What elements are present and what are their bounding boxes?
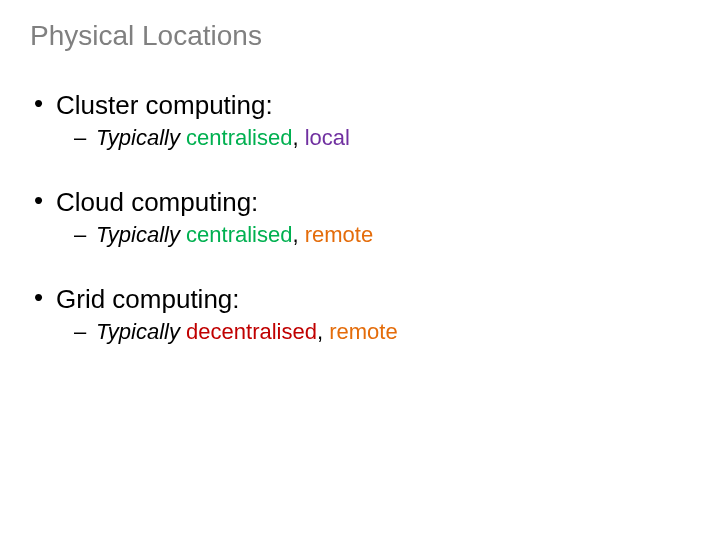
bullet-grid: Grid computing: Typically decentralised,… <box>30 284 680 345</box>
separator: , <box>292 222 304 247</box>
typically-word: Typically <box>96 222 180 247</box>
typically-word: Typically <box>96 125 180 150</box>
bullet-heading: Cluster computing: <box>56 90 273 120</box>
remote-word: remote <box>305 222 373 247</box>
typically-word: Typically <box>96 319 180 344</box>
sub-bullet: Typically centralised, local <box>56 125 680 151</box>
sub-bullet: Typically decentralised, remote <box>56 319 680 345</box>
separator: , <box>292 125 304 150</box>
bullet-heading: Grid computing: <box>56 284 240 314</box>
centralised-word: centralised <box>186 125 292 150</box>
bullet-heading: Cloud computing: <box>56 187 258 217</box>
slide-title: Physical Locations <box>30 20 262 52</box>
sub-list: Typically centralised, local <box>56 125 680 151</box>
sub-bullet: Typically centralised, remote <box>56 222 680 248</box>
sub-list: Typically decentralised, remote <box>56 319 680 345</box>
remote-word: remote <box>329 319 397 344</box>
slide-body: Cluster computing: Typically centralised… <box>30 90 680 381</box>
bullet-cluster: Cluster computing: Typically centralised… <box>30 90 680 151</box>
centralised-word: centralised <box>186 222 292 247</box>
local-word: local <box>305 125 350 150</box>
slide: Physical Locations Cluster computing: Ty… <box>0 0 720 540</box>
bullet-list: Cluster computing: Typically centralised… <box>30 90 680 345</box>
decentralised-word: decentralised <box>186 319 317 344</box>
bullet-cloud: Cloud computing: Typically centralised, … <box>30 187 680 248</box>
sub-list: Typically centralised, remote <box>56 222 680 248</box>
separator: , <box>317 319 329 344</box>
